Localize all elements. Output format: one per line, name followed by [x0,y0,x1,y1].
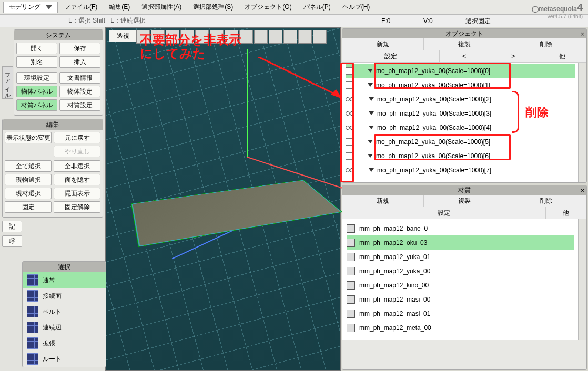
material-item[interactable]: mm_ph_map12_yuka_01 [347,250,574,264]
scrollbar[interactable] [578,63,586,182]
main-menu: ファイル(F) 編集(E) 選択部属性(A) 選択部処理(S) オブジェクト(O… [61,3,370,12]
open-button[interactable]: 開く [16,43,57,54]
chevron-down-icon[interactable] [369,97,374,101]
menu-edit[interactable]: 編集(E) [109,3,130,12]
eye-icon[interactable] [346,96,354,103]
chevron-down-icon[interactable] [368,69,373,73]
visibility-checkbox[interactable] [346,67,353,75]
object-item[interactable]: mo_ph_map12_yuka_00(Scale=1000)[7] [346,163,575,177]
selall-button[interactable]: 全て選択 [5,160,52,172]
sel-mode-adj[interactable]: 接続面 [23,288,106,304]
object-item[interactable]: mo_ph_map12_yuka_00(Scale=1000)[4] [346,120,575,135]
viewport-tab[interactable]: 透視 [109,30,137,42]
obj-del-button[interactable]: 削除 [505,38,586,50]
eye-icon[interactable] [346,110,354,117]
mat-del-button[interactable]: 削除 [505,195,586,207]
grid-icon [27,290,38,302]
material-swatch [347,324,355,332]
vp-tool-color[interactable] [313,30,327,44]
material-swatch [347,239,355,247]
chevron-down-icon[interactable] [369,126,374,129]
selmat-button[interactable]: 現材選択 [5,188,52,199]
eye-icon[interactable] [346,167,354,174]
svg-marker-1 [331,89,342,99]
fix-button[interactable]: 固定 [5,201,52,213]
chevron-down-icon[interactable] [368,140,373,143]
chevron-down-icon[interactable] [368,83,373,87]
visibility-checkbox[interactable] [346,138,353,146]
material-item[interactable]: mm_ph_map12_yuka_00 [347,264,574,278]
material-item[interactable]: mm_ph_map12_oku_03 [347,235,574,250]
objset-button[interactable]: 物体設定 [59,86,100,97]
material-item[interactable]: mm_ph_map12_bane_0 [347,221,574,235]
mat-new-button[interactable]: 新規 [342,195,423,207]
left-extra-b[interactable]: 呼 [2,235,22,247]
mat-set-button[interactable]: 設定 [342,207,545,219]
sel-mode-belt[interactable]: ベルト [23,304,106,320]
obj-other-button[interactable]: 他 [538,50,586,62]
obj-gt-button[interactable]: > [489,50,538,62]
obj-lt-button[interactable]: < [439,50,488,62]
mat-dup-button[interactable]: 複製 [423,195,505,207]
vp-tool-shade[interactable] [298,30,312,44]
vp-tool-zoom[interactable] [283,30,297,44]
menu-selattr[interactable]: 選択部属性(A) [141,3,181,12]
menu-panel[interactable]: パネル(P) [303,3,331,12]
info-selfix[interactable]: 選択固定 [462,15,493,27]
menu-selproc[interactable]: 選択部処理(S) [193,3,233,12]
matset-button[interactable]: 材質設定 [59,99,100,111]
material-swatch [347,281,355,290]
material-item[interactable]: mm_ph_map12_meta_00 [347,321,574,335]
menu-file[interactable]: ファイル(F) [64,3,97,12]
menu-help[interactable]: ヘルプ(H) [342,3,370,12]
insert-button[interactable]: 挿入 [59,56,100,68]
alias-button[interactable]: 別名 [16,56,57,68]
unfix-button[interactable]: 固定解除 [54,201,100,213]
visibility-checkbox[interactable] [346,81,353,89]
redo-button[interactable]: やり直し [54,146,100,157]
obj-set-button[interactable]: 設定 [342,50,439,62]
sel-mode-expand[interactable]: 拡張 [23,335,106,351]
chevron-down-icon[interactable] [369,168,374,172]
hideface-button[interactable]: 面を隠す [54,174,100,186]
vp-tool-move[interactable] [269,30,282,44]
mat-other-button[interactable]: 他 [545,207,586,219]
object-item[interactable]: mo_ph_map12_yuka_00(Scale=1000)[2] [346,92,575,106]
docinfo-button[interactable]: 文書情報 [59,72,100,84]
viewport[interactable]: 透視 不要部分を非表示 にしてみた [105,27,341,371]
selreal-button[interactable]: 現物選択 [5,174,52,186]
deselall-button[interactable]: 全非選択 [54,160,100,172]
visibility-checkbox[interactable] [346,152,353,160]
hideback-button[interactable]: 隠面表示 [54,188,100,199]
file-side-tab[interactable]: ファイル [2,66,13,99]
sel-mode-loop[interactable]: 連続辺 [23,320,106,335]
save-button[interactable]: 保存 [59,43,100,54]
menu-object[interactable]: オブジェクト(O) [245,3,291,12]
env-button[interactable]: 環境設定 [16,72,57,84]
left-extra-a[interactable]: 記 [2,221,22,232]
material-item[interactable]: mm_ph_map12_masi_00 [347,292,574,306]
object-item[interactable]: mo_ph_map12_yuka_00(Scale=1000)[6] [346,149,575,163]
system-panel-title: システム [14,30,103,40]
mode-dropdown[interactable]: モデリング [3,2,58,13]
chevron-down-icon[interactable] [369,111,374,115]
sel-mode-normal[interactable]: 通常 [23,272,106,288]
obj-dup-button[interactable]: 複製 [423,38,505,50]
sel-mode-route[interactable]: ルート [23,351,106,367]
material-item[interactable]: mm_ph_map12_masi_01 [347,306,574,321]
viewchg-button[interactable]: 表示状態の変更 [5,132,52,143]
close-icon[interactable]: × [581,186,584,195]
scrollbar[interactable] [578,219,586,340]
object-item[interactable]: mo_ph_map12_yuka_00(Scale=1000)[1] [346,78,575,92]
vp-tool-gear[interactable] [254,30,268,44]
close-icon[interactable]: × [581,29,584,39]
obj-new-button[interactable]: 新規 [342,38,423,50]
objpanel-button[interactable]: 物体パネル [16,86,57,97]
undo-button[interactable]: 元に戻す [54,132,100,143]
eye-icon[interactable] [346,124,354,131]
object-item[interactable]: mo_ph_map12_yuka_00(Scale=1000)[0] [346,64,575,78]
chevron-down-icon[interactable] [368,154,373,158]
matpanel-button[interactable]: 材質パネル [16,99,57,111]
material-item[interactable]: mm_ph_map12_kiiro_00 [347,278,574,292]
object-item[interactable]: mo_ph_map12_yuka_00(Scale=1000)[5] [346,135,575,149]
